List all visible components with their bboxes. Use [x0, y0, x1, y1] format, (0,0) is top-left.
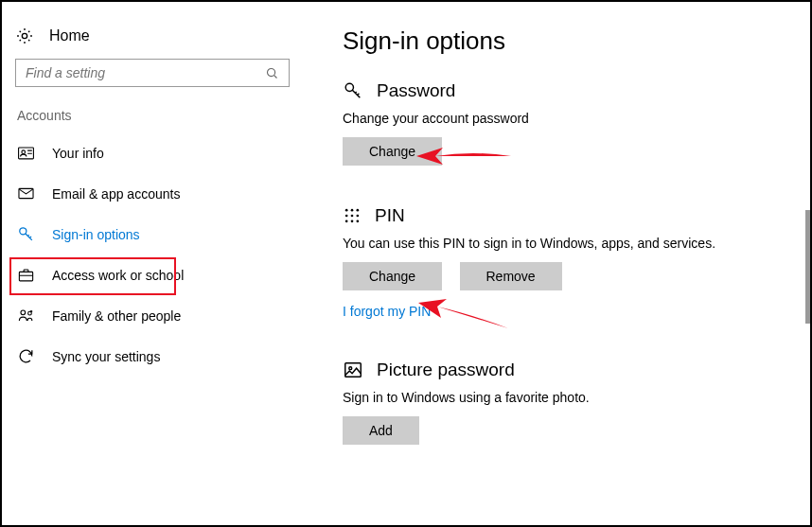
- svg-point-3: [22, 150, 26, 154]
- pin-section: PIN You can use this PIN to sign in to W…: [343, 205, 772, 320]
- section-title: PIN: [375, 205, 405, 226]
- sidebar-item-your-info[interactable]: Your info: [15, 132, 290, 173]
- svg-point-17: [351, 220, 354, 223]
- search-input[interactable]: [15, 59, 290, 87]
- picture-password-section: Picture password Sign in to Windows usin…: [343, 360, 772, 445]
- password-section: Password Change your account password Ch…: [343, 80, 772, 166]
- svg-point-16: [345, 220, 348, 223]
- password-change-button[interactable]: Change: [343, 137, 442, 166]
- svg-point-20: [349, 367, 352, 370]
- forgot-pin-link[interactable]: I forgot my PIN: [343, 304, 431, 319]
- svg-point-7: [21, 310, 26, 315]
- person-card-icon: [17, 144, 35, 162]
- keypad-icon: [343, 206, 362, 225]
- sidebar: Home Accounts Your info Email & app acco…: [2, 2, 305, 525]
- svg-point-15: [357, 215, 360, 218]
- section-title: Picture password: [377, 360, 515, 380]
- search-icon: [265, 66, 279, 80]
- svg-point-0: [22, 33, 26, 38]
- svg-point-10: [345, 209, 348, 212]
- svg-point-18: [357, 220, 360, 223]
- section-desc: You can use this PIN to sign in to Windo…: [343, 236, 772, 251]
- sidebar-item-email-accounts[interactable]: Email & app accounts: [15, 173, 290, 214]
- search-field[interactable]: [26, 65, 265, 80]
- svg-point-11: [351, 209, 354, 212]
- briefcase-icon: [17, 266, 35, 284]
- pin-remove-button[interactable]: Remove: [460, 262, 562, 290]
- sidebar-item-access-work[interactable]: Access work or school: [15, 255, 290, 295]
- picture-add-button[interactable]: Add: [343, 416, 419, 445]
- sidebar-item-sign-in-options[interactable]: Sign-in options: [15, 214, 290, 255]
- envelope-icon: [17, 184, 35, 202]
- pin-change-button[interactable]: Change: [343, 262, 442, 290]
- picture-icon: [343, 360, 363, 380]
- scrollbar[interactable]: [805, 210, 810, 324]
- main-content: Sign-in options Password Change your acc…: [305, 2, 810, 525]
- sync-icon: [17, 347, 35, 365]
- sidebar-item-label: Access work or school: [52, 268, 184, 283]
- home-button[interactable]: Home: [15, 21, 290, 59]
- gear-icon: [15, 26, 34, 45]
- svg-rect-6: [19, 272, 32, 281]
- svg-point-12: [357, 209, 360, 212]
- home-label: Home: [49, 27, 90, 44]
- page-title: Sign-in options: [343, 26, 772, 56]
- sidebar-item-label: Sync your settings: [52, 349, 160, 364]
- sidebar-item-label: Family & other people: [52, 308, 181, 324]
- sidebar-item-family[interactable]: Family & other people: [15, 295, 290, 336]
- sidebar-item-label: Sign-in options: [52, 227, 140, 242]
- svg-point-14: [351, 215, 354, 218]
- key-icon: [343, 80, 363, 101]
- sidebar-item-label: Email & app accounts: [52, 186, 180, 202]
- sidebar-item-label: Your info: [52, 146, 104, 161]
- section-desc: Sign in to Windows using a favorite phot…: [343, 390, 772, 405]
- category-label: Accounts: [15, 108, 290, 123]
- key-icon: [17, 225, 35, 243]
- svg-point-13: [345, 215, 348, 218]
- section-desc: Change your account password: [343, 111, 772, 126]
- sidebar-item-sync[interactable]: Sync your settings: [15, 336, 290, 377]
- section-title: Password: [377, 80, 455, 101]
- family-icon: [17, 307, 35, 325]
